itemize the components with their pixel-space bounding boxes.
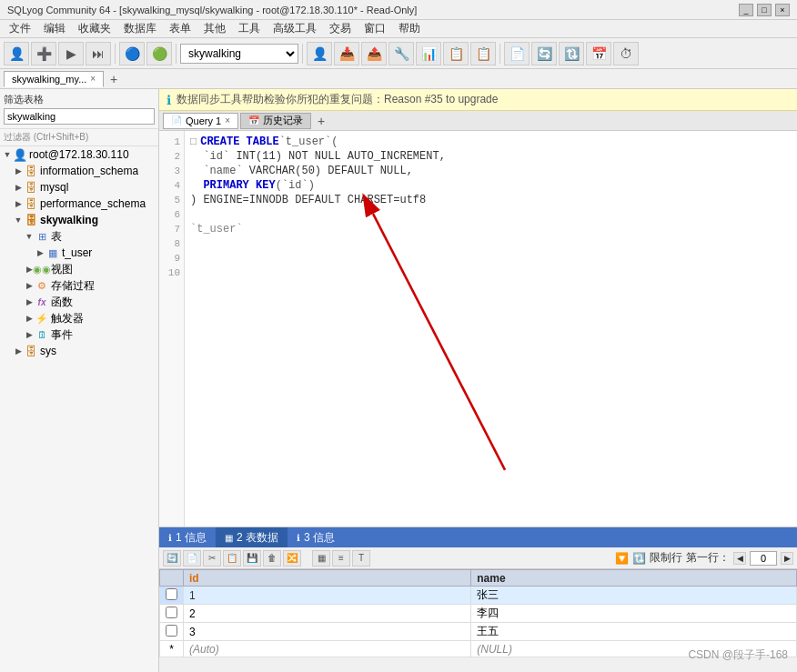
rownew-check[interactable]: * <box>160 641 184 657</box>
tree-folder-procs[interactable]: ▶ ⚙ 存储过程 <box>0 277 158 294</box>
result-btn-7[interactable]: 🔀 <box>283 550 301 567</box>
result-btn-list[interactable]: ≡ <box>332 550 350 567</box>
result-btn-5[interactable]: 💾 <box>243 550 261 567</box>
tree-expand-funcs[interactable]: ▶ <box>24 296 35 307</box>
toolbar-btn-refresh[interactable]: 🔄 <box>531 42 557 65</box>
tree-folder-events[interactable]: ▶ 🗓 事件 <box>0 326 158 343</box>
menu-tools[interactable]: 工具 <box>233 20 266 37</box>
result-btn-2[interactable]: 📄 <box>183 550 201 567</box>
tree-expand-events[interactable]: ▶ <box>24 329 35 340</box>
menu-transaction[interactable]: 交易 <box>324 20 357 37</box>
window-controls[interactable]: _ □ × <box>739 4 790 16</box>
toolbar-btn-play[interactable]: ▶ <box>58 42 84 65</box>
database-select[interactable]: skywalking information_schema mysql perf… <box>180 44 298 64</box>
tree-expand-root[interactable]: ▼ <box>2 149 13 160</box>
tree-skywalking[interactable]: ▼ 🗄 skywalking <box>0 212 158 228</box>
tree-performance-schema[interactable]: ▶ 🗄 performance_schema <box>0 196 158 212</box>
tree-information-schema[interactable]: ▶ 🗄 information_schema <box>0 163 158 179</box>
result-btn-grid[interactable]: ▦ <box>312 550 330 567</box>
tree-expand-sys[interactable]: ▶ <box>13 346 24 356</box>
toolbar-btn-13[interactable]: 📄 <box>504 42 530 65</box>
toolbar-btn-1[interactable]: 👤 <box>4 42 29 65</box>
toolbar-btn-10[interactable]: 📊 <box>416 42 441 65</box>
result-btn-text[interactable]: T <box>352 550 370 567</box>
query1-close[interactable]: × <box>225 115 230 125</box>
table-row[interactable]: 1 张三 <box>160 587 797 605</box>
tree-expand-skywalking[interactable]: ▼ <box>13 215 24 226</box>
result-btn-3[interactable]: ✂ <box>203 550 221 567</box>
menu-favorites[interactable]: 收藏夹 <box>73 20 116 37</box>
tree-expand-tuser[interactable]: ▶ <box>35 247 45 258</box>
tree-root[interactable]: ▼ 👤 root@172.18.30.110 <box>0 146 158 163</box>
toolbar-btn-new[interactable]: ➕ <box>31 42 56 65</box>
toolbar-btn-8[interactable]: 📤 <box>361 42 387 65</box>
limit-input[interactable] <box>750 551 777 566</box>
connection-tab-close[interactable]: × <box>90 74 96 84</box>
query-tab-1[interactable]: 📄 Query 1 × <box>163 113 238 129</box>
close-button[interactable]: × <box>775 4 790 16</box>
prev-nav-btn[interactable]: ◀ <box>733 552 746 565</box>
row2-check[interactable] <box>160 605 184 623</box>
menu-database[interactable]: 数据库 <box>118 20 162 37</box>
toolbar-btn-12[interactable]: 📋 <box>470 42 496 65</box>
minimize-button[interactable]: _ <box>739 4 753 16</box>
menu-help[interactable]: 帮助 <box>393 20 426 37</box>
tree-expand-tables[interactable]: ▼ <box>24 231 35 242</box>
toolbar-btn-11[interactable]: 📋 <box>443 42 469 65</box>
events-icon: 🗓 <box>35 327 49 342</box>
toolbar-btn-7[interactable]: 📥 <box>334 42 359 65</box>
tree-sys[interactable]: ▶ 🗄 sys <box>0 343 158 359</box>
toolbar-btn-14[interactable]: 📅 <box>586 42 611 65</box>
result-btn-6[interactable]: 🗑 <box>263 550 281 567</box>
row1-check[interactable] <box>160 587 184 605</box>
tree-mysql[interactable]: ▶ 🗄 mysql <box>0 179 158 196</box>
toolbar-btn-15[interactable]: ⏱ <box>613 42 639 65</box>
result-btn-4[interactable]: 📋 <box>223 550 241 567</box>
table-row[interactable]: 3 王五 <box>160 623 797 641</box>
tree-folder-tables[interactable]: ▼ ⊞ 表 <box>0 228 158 245</box>
tree-table-tuser[interactable]: ▶ ▦ t_user <box>0 245 158 261</box>
toolbar-btn-5[interactable]: 🔵 <box>119 42 145 65</box>
row1-checkbox[interactable] <box>166 588 177 600</box>
next-nav-btn[interactable]: ▶ <box>781 552 793 565</box>
sidebar-filter-input[interactable] <box>4 108 155 125</box>
th-name[interactable]: name <box>471 570 797 587</box>
result-tab-info3[interactable]: ℹ 3 信息 <box>288 527 344 547</box>
result-tab-tabledata[interactable]: ▦ 2 表数据 <box>216 527 288 547</box>
toolbar-btn-9[interactable]: 🔧 <box>388 42 414 65</box>
menu-file[interactable]: 文件 <box>4 20 36 37</box>
toolbar-btn-skip[interactable]: ⏭ <box>86 42 111 65</box>
th-id[interactable]: id <box>184 570 471 587</box>
tree-folder-triggers[interactable]: ▶ ⚡ 触发器 <box>0 310 158 326</box>
ln-5: 5 <box>159 193 184 207</box>
result-btn-1[interactable]: 🔄 <box>163 550 181 567</box>
query-tab-add[interactable]: + <box>313 113 329 129</box>
toolbar-btn-user[interactable]: 👤 <box>307 42 332 65</box>
tree-expand-mysql[interactable]: ▶ <box>13 182 24 193</box>
toolbar-btn-6[interactable]: 🟢 <box>146 42 172 65</box>
tree-expand-procs[interactable]: ▶ <box>24 280 35 291</box>
tree-folder-views[interactable]: ▶ ◉◉ 视图 <box>0 261 158 277</box>
connection-tab-skywalking[interactable]: skywalking_my... × <box>4 71 104 87</box>
menu-table[interactable]: 表单 <box>164 20 197 37</box>
sql-code-area[interactable]: □ CREATE TABLE `t_user` ( `id` INT(11) N… <box>185 131 797 527</box>
tree-folder-funcs[interactable]: ▶ fx 函数 <box>0 294 158 310</box>
menu-other[interactable]: 其他 <box>198 20 231 37</box>
menu-edit[interactable]: 编辑 <box>38 20 71 37</box>
connection-tab-add[interactable]: + <box>106 71 122 87</box>
menu-advanced[interactable]: 高级工具 <box>267 20 322 37</box>
tree-expand-triggers[interactable]: ▶ <box>24 313 35 324</box>
row2-checkbox[interactable] <box>166 607 177 618</box>
row3-checkbox[interactable] <box>166 625 177 637</box>
table-row[interactable]: 2 李四 <box>160 605 797 623</box>
toolbar: 👤 ➕ ▶ ⏭ 🔵 🟢 skywalking information_schem… <box>0 38 797 69</box>
toolbar-btn-sync[interactable]: 🔃 <box>559 42 584 65</box>
query-tab-history[interactable]: 📅 历史记录 <box>240 113 311 129</box>
menu-window[interactable]: 窗口 <box>358 20 391 37</box>
row3-check[interactable] <box>160 623 184 641</box>
maximize-button[interactable]: □ <box>757 4 772 16</box>
tree-expand-perfschema[interactable]: ▶ <box>13 198 24 209</box>
tree-expand-infoschema[interactable]: ▶ <box>13 165 24 176</box>
result-tab-info1[interactable]: ℹ 1 信息 <box>159 527 216 547</box>
mysql-icon: 🗄 <box>24 180 38 195</box>
